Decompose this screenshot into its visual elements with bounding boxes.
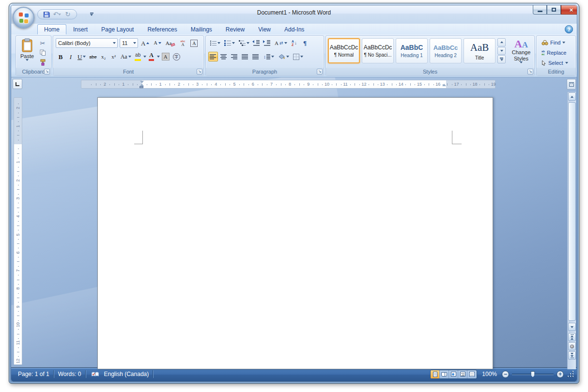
show-hide-pilcrow-button[interactable]: ¶	[300, 38, 310, 48]
left-indent-marker[interactable]	[139, 86, 143, 88]
next-page-button[interactable]	[568, 351, 576, 360]
style-no-spacing[interactable]: AaBbCcDc ¶ No Spaci...	[362, 38, 394, 63]
scrollbar-thumb[interactable]	[568, 102, 576, 321]
save-icon[interactable]	[42, 10, 51, 18]
paste-button[interactable]: Paste	[18, 38, 36, 68]
zoom-slider-thumb[interactable]	[531, 371, 535, 377]
multilevel-list-button[interactable]	[237, 38, 251, 48]
tab-stop-selector-button[interactable]	[13, 79, 22, 89]
document-page[interactable]	[97, 97, 493, 369]
tab-home[interactable]: Home	[37, 24, 66, 34]
shading-button[interactable]	[277, 52, 291, 61]
language-status[interactable]: English (Canada)	[101, 371, 152, 377]
zoom-level[interactable]: 100%	[482, 371, 497, 377]
horizontal-ruler[interactable]: 2112345678910111213141516171819	[81, 80, 495, 89]
superscript-button[interactable]: x²	[109, 52, 119, 61]
word-count-status[interactable]: Words: 0	[55, 371, 84, 377]
font-family-combo[interactable]: Calibri (Body)	[56, 38, 118, 48]
character-border-button[interactable]: A	[189, 38, 199, 48]
select-browse-object-button[interactable]	[568, 342, 576, 350]
close-button[interactable]: ×	[561, 5, 577, 15]
tab-insert[interactable]: Insert	[66, 24, 94, 34]
restore-button[interactable]	[547, 5, 561, 15]
enclose-characters-button[interactable]: 字	[171, 52, 182, 61]
title-bar[interactable]: Document1 - Microsoft Word ↶ ↻ ×	[11, 5, 577, 24]
proofing-status-icon[interactable]	[91, 371, 99, 377]
resize-grip[interactable]	[568, 371, 574, 377]
office-button[interactable]	[13, 7, 34, 29]
draft-view-button[interactable]	[467, 370, 477, 378]
tab-review[interactable]: Review	[219, 24, 251, 34]
clear-formatting-button[interactable]: Aa	[164, 38, 177, 48]
right-indent-marker[interactable]	[442, 84, 446, 86]
style-heading-2[interactable]: AaBbCc Heading 2	[430, 38, 462, 63]
select-button[interactable]: Select	[540, 59, 570, 67]
view-ruler-toggle-button[interactable]	[567, 79, 576, 90]
print-layout-view-button[interactable]	[431, 370, 440, 378]
strikethrough-button[interactable]: abe	[88, 52, 98, 61]
styles-dialog-launcher[interactable]: ↘	[527, 69, 533, 75]
asian-layout-button[interactable]: A⇄	[273, 38, 289, 48]
minimize-button[interactable]	[533, 5, 547, 15]
align-center-button[interactable]	[219, 52, 229, 61]
replace-button[interactable]: abac Replace	[540, 48, 570, 57]
change-case-button[interactable]: Aa	[119, 52, 133, 61]
distribute-button[interactable]	[251, 52, 261, 61]
font-size-combo[interactable]: 11	[120, 38, 138, 48]
numbering-button[interactable]	[223, 38, 236, 48]
subscript-button[interactable]: x₂	[99, 52, 108, 61]
page-number-status[interactable]: Page: 1 of 1	[15, 371, 52, 377]
previous-page-button[interactable]	[568, 333, 576, 341]
style-title[interactable]: AaB Title	[464, 38, 495, 63]
zoom-in-button[interactable]: +	[557, 371, 564, 378]
decrease-indent-button[interactable]	[252, 38, 262, 48]
styles-scroll-up-button[interactable]	[497, 38, 506, 46]
paragraph-dialog-launcher[interactable]: ↘	[317, 69, 323, 75]
web-layout-view-button[interactable]	[449, 370, 458, 378]
vertical-ruler[interactable]: 21123456789101112	[14, 97, 22, 365]
borders-button[interactable]	[292, 52, 305, 61]
style-heading-1[interactable]: AaBbC Heading 1	[396, 38, 428, 63]
italic-button[interactable]: I	[66, 52, 76, 61]
sort-button[interactable]: AZ↓	[290, 38, 299, 48]
cut-button[interactable]: ✂	[37, 39, 48, 47]
tab-add-ins[interactable]: Add-Ins	[278, 24, 311, 34]
font-dialog-launcher[interactable]: ↘	[197, 69, 202, 75]
align-right-button[interactable]	[230, 52, 239, 61]
line-spacing-button[interactable]: ↕	[262, 52, 276, 61]
text-highlight-button[interactable]: ab	[133, 52, 143, 61]
undo-icon[interactable]: ↶	[52, 10, 62, 18]
tab-references[interactable]: References	[140, 24, 184, 34]
phonetic-guide-button[interactable]: abcA	[178, 38, 187, 48]
grow-font-button[interactable]: A	[139, 38, 151, 48]
zoom-slider[interactable]	[512, 374, 554, 375]
tab-page-layout[interactable]: Page Layout	[94, 24, 140, 34]
format-painter-button[interactable]	[37, 58, 48, 67]
copy-button[interactable]	[37, 48, 48, 57]
vertical-scrollbar[interactable]	[567, 92, 576, 369]
scroll-up-button[interactable]	[568, 92, 576, 101]
styles-scroll-down-button[interactable]	[497, 47, 506, 55]
full-screen-reading-view-button[interactable]	[440, 370, 449, 378]
first-line-indent-marker[interactable]	[140, 81, 144, 83]
bold-button[interactable]: B	[56, 52, 65, 61]
justify-button[interactable]	[240, 52, 250, 61]
character-shading-button[interactable]: A	[160, 52, 171, 61]
zoom-out-button[interactable]: −	[502, 371, 509, 378]
shrink-font-button[interactable]: A	[152, 38, 162, 48]
help-button[interactable]: ?	[565, 25, 573, 33]
align-left-button[interactable]	[208, 52, 218, 61]
clipboard-dialog-launcher[interactable]: ↘	[44, 69, 50, 75]
increase-indent-button[interactable]	[263, 38, 272, 48]
styles-gallery-more-button[interactable]	[497, 55, 506, 63]
change-styles-button[interactable]: AA Change Styles	[508, 37, 534, 66]
bullets-button[interactable]	[208, 38, 222, 48]
scroll-down-button[interactable]	[568, 323, 576, 331]
find-button[interactable]: Find	[540, 38, 570, 47]
font-color-button[interactable]: A	[147, 52, 156, 61]
tab-view[interactable]: View	[251, 24, 278, 34]
font-color-dropdown-icon[interactable]	[157, 56, 160, 58]
style-normal[interactable]: AaBbCcDc ¶ Normal	[328, 38, 360, 63]
redo-icon[interactable]: ↻	[63, 10, 73, 18]
customize-qat-button[interactable]	[88, 10, 95, 18]
